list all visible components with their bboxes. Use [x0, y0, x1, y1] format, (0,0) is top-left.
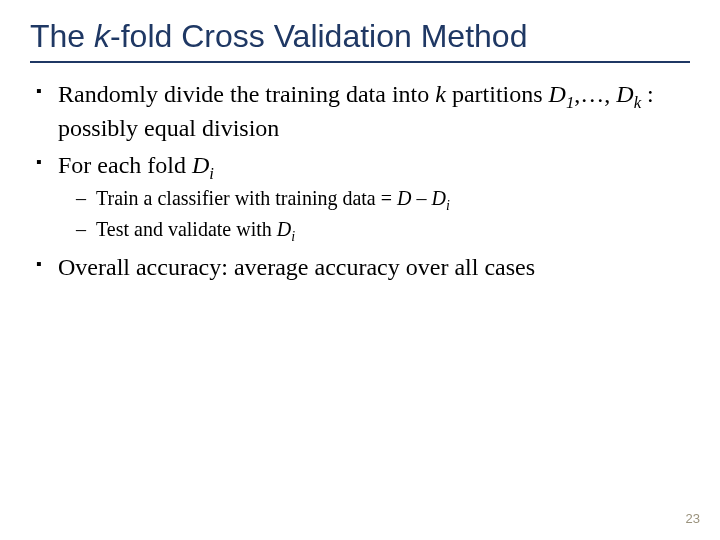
- s2-si: i: [291, 229, 295, 244]
- bullet-list: Randomly divide the training data into k…: [30, 79, 690, 283]
- title-pre: The: [30, 18, 94, 54]
- title-rule: [30, 61, 690, 63]
- s2-D: D: [277, 218, 291, 240]
- s1-a: Train a classifier with training data =: [96, 187, 397, 209]
- sub-list: Train a classifier with training data = …: [58, 186, 690, 246]
- slide-title: The k-fold Cross Validation Method: [30, 18, 690, 55]
- sub-2: Test and validate with Di: [58, 217, 690, 246]
- s1-D2: D: [431, 187, 445, 209]
- b1-D2: D: [616, 81, 633, 107]
- title-k: k: [94, 18, 110, 54]
- b2-a: For each fold: [58, 152, 192, 178]
- page-number: 23: [686, 511, 700, 526]
- b1-sk: k: [634, 93, 641, 112]
- s1-si: i: [446, 198, 450, 213]
- s1-D: D: [397, 187, 411, 209]
- sub-1: Train a classifier with training data = …: [58, 186, 690, 215]
- b1-a: Randomly divide the training data into: [58, 81, 435, 107]
- slide-body: The k-fold Cross Validation Method Rando…: [0, 0, 720, 540]
- b1-k: k: [435, 81, 446, 107]
- b1-b: partitions: [446, 81, 549, 107]
- b1-D1: D: [549, 81, 566, 107]
- s1-minus: –: [411, 187, 431, 209]
- bullet-1: Randomly divide the training data into k…: [30, 79, 690, 144]
- b1-dots: ,…,: [574, 81, 616, 107]
- b2-D: D: [192, 152, 209, 178]
- bullet-2: For each fold Di Train a classifier with…: [30, 150, 690, 246]
- title-post: -fold Cross Validation Method: [110, 18, 527, 54]
- bullet-3: Overall accuracy: average accuracy over …: [30, 252, 690, 283]
- s2-a: Test and validate with: [96, 218, 277, 240]
- b2-si: i: [209, 164, 214, 183]
